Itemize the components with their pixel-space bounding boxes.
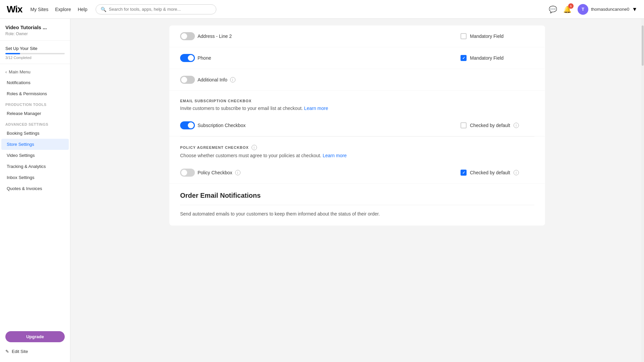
- phone-toggle[interactable]: [180, 54, 195, 62]
- policy-agreement-desc-text: Choose whether customers must agree to y…: [180, 153, 321, 158]
- edit-site-button[interactable]: ✎ Edit Site: [0, 346, 70, 357]
- subscription-toggle-knob: [188, 122, 194, 128]
- main-content: Address - Line 2 Mandatory Field Phone: [70, 19, 644, 362]
- order-email-notifications-title: Order Email Notifications: [180, 192, 534, 199]
- policy-agreement-learn-more[interactable]: Learn more: [323, 153, 347, 158]
- sidebar-item-booking-settings[interactable]: Booking Settings: [1, 128, 69, 139]
- main-menu-label: Main Menu: [9, 69, 30, 74]
- policy-agreement-desc: Choose whether customers must agree to y…: [180, 152, 534, 159]
- inbox-settings-label: Inbox Settings: [7, 175, 34, 180]
- email-subscription-learn-more[interactable]: Learn more: [304, 106, 328, 111]
- email-subscription-desc-text: Invite customers to subscribe to your em…: [180, 106, 303, 111]
- sidebar-item-video-settings[interactable]: Video Settings: [1, 150, 69, 161]
- production-tools-header: Production Tools: [0, 99, 70, 108]
- setup-link[interactable]: Set Up Your Site: [5, 46, 65, 51]
- additional-info-row: Additional Info i: [169, 69, 545, 91]
- wix-logo: Wix: [7, 4, 22, 15]
- release-manager-label: Release Manager: [7, 111, 41, 116]
- site-info: Video Tutorials ... Role: Owner: [0, 24, 70, 41]
- sidebar-item-store-settings[interactable]: Store Settings: [1, 139, 69, 150]
- policy-checkbox-toggle[interactable]: [180, 169, 195, 177]
- policy-checkbox-info-icon[interactable]: i: [235, 170, 240, 175]
- sidebar-item-notifications[interactable]: Notifications: [1, 77, 69, 88]
- site-name: Video Tutorials ...: [5, 24, 65, 31]
- subscription-checkbox-row: Subscription Checkbox Checked by default…: [169, 115, 545, 136]
- sidebar-item-inbox-settings[interactable]: Inbox Settings: [1, 172, 69, 183]
- email-subscription-desc: Invite customers to subscribe to your em…: [180, 105, 534, 112]
- policy-checked-by-default-checkbox[interactable]: [461, 170, 467, 176]
- chevron-down-icon: ▼: [632, 6, 637, 12]
- address-line2-mandatory-area: Mandatory Field: [461, 33, 534, 39]
- subscription-checked-by-default-checkbox[interactable]: [461, 122, 467, 128]
- checked-by-default-info-icon[interactable]: i: [514, 123, 519, 128]
- policy-checkbox-row: Policy Checkbox i Checked by default i: [169, 162, 545, 184]
- search-bar[interactable]: 🔍: [96, 4, 216, 14]
- policy-agreement-title: POLICY AGREEMENT CHECKBOX: [180, 145, 249, 149]
- sidebar-item-release-manager[interactable]: Release Manager: [1, 108, 69, 119]
- edit-site-label: Edit Site: [12, 349, 28, 354]
- policy-checked-by-default-area: Checked by default i: [461, 170, 534, 176]
- chevron-left-icon: ‹: [5, 69, 7, 74]
- nav-help[interactable]: Help: [78, 7, 88, 12]
- email-subscription-title: EMAIL SUBSCRIPTION CHECKBOX: [180, 99, 534, 103]
- policy-checked-by-default-label: Checked by default: [470, 170, 510, 175]
- policy-agreement-section: POLICY AGREEMENT CHECKBOX i Choose wheth…: [169, 137, 545, 162]
- nav-links: My Sites Explore Help: [31, 7, 88, 12]
- nav-my-sites[interactable]: My Sites: [31, 7, 49, 12]
- additional-info-info-icon[interactable]: i: [230, 77, 235, 82]
- subscription-checkbox-label-area: Subscription Checkbox: [180, 121, 461, 129]
- order-email-notifications-section: Order Email Notifications Send automated…: [169, 184, 545, 226]
- sidebar-item-quotes-invoices[interactable]: Quotes & Invoices: [1, 183, 69, 194]
- email-subscription-section: EMAIL SUBSCRIPTION CHECKBOX Invite custo…: [169, 91, 545, 115]
- address-line2-toggle-knob: [181, 33, 187, 39]
- main-layout: Video Tutorials ... Role: Owner Set Up Y…: [0, 19, 644, 362]
- sidebar-item-notifications-label: Notifications: [7, 80, 31, 85]
- chat-icon-button[interactable]: 💬: [549, 5, 557, 13]
- phone-mandatory-area: Mandatory Field: [461, 55, 534, 61]
- top-nav: Wix My Sites Explore Help 🔍 💬 🔔 1 T thom…: [0, 0, 644, 19]
- notification-badge: 1: [568, 3, 574, 9]
- store-settings-card: Address - Line 2 Mandatory Field Phone: [169, 25, 545, 226]
- checked-by-default-label: Checked by default: [470, 123, 510, 128]
- sidebar-item-roles[interactable]: Roles & Permissions: [1, 88, 69, 99]
- policy-agreement-info-icon[interactable]: i: [252, 145, 257, 150]
- subscription-checkbox-toggle[interactable]: [180, 121, 195, 129]
- policy-checked-by-default-info-icon[interactable]: i: [514, 170, 519, 175]
- scrollbar-thumb[interactable]: [642, 25, 644, 66]
- upgrade-button[interactable]: Upgrade: [5, 331, 65, 342]
- notifications-icon-button[interactable]: 🔔 1: [563, 5, 572, 13]
- back-to-main-menu[interactable]: ‹ Main Menu: [0, 67, 70, 77]
- advanced-settings-header: Advanced Settings: [0, 119, 70, 128]
- booking-settings-label: Booking Settings: [7, 131, 40, 136]
- phone-row: Phone Mandatory Field: [169, 47, 545, 69]
- vertical-scrollbar[interactable]: [641, 19, 644, 362]
- nav-explore[interactable]: Explore: [55, 7, 71, 12]
- address-line2-mandatory-checkbox[interactable]: [461, 33, 467, 39]
- address-line2-mandatory-label: Mandatory Field: [470, 34, 503, 39]
- sidebar-item-tracking-analytics[interactable]: Tracking & Analytics: [1, 161, 69, 172]
- phone-toggle-knob: [188, 55, 194, 61]
- sidebar: Video Tutorials ... Role: Owner Set Up Y…: [0, 19, 70, 362]
- additional-info-toggle-knob: [181, 77, 187, 83]
- user-name: thomasduncanone0: [591, 7, 629, 12]
- additional-info-toggle[interactable]: [180, 76, 195, 84]
- address-line2-label: Address - Line 2: [198, 34, 232, 39]
- additional-info-label: Additional Info: [198, 77, 227, 82]
- phone-label-area: Phone: [180, 54, 461, 62]
- policy-checkbox-label-area: Policy Checkbox i: [180, 169, 461, 177]
- address-line2-toggle[interactable]: [180, 32, 195, 40]
- phone-mandatory-checkbox[interactable]: [461, 55, 467, 61]
- progress-label: 3/12 Completed: [5, 56, 65, 60]
- order-email-divider: [180, 205, 534, 205]
- tracking-analytics-label: Tracking & Analytics: [7, 164, 46, 169]
- content-wrapper: Address - Line 2 Mandatory Field Phone: [163, 25, 552, 226]
- search-input[interactable]: [109, 7, 211, 12]
- user-avatar-area[interactable]: T thomasduncanone0 ▼: [578, 4, 637, 15]
- site-role: Role: Owner: [5, 32, 65, 36]
- address-line2-row: Address - Line 2 Mandatory Field: [169, 25, 545, 47]
- order-email-desc: Send automated emails to your customers …: [180, 210, 534, 218]
- search-icon: 🔍: [101, 7, 106, 12]
- setup-section: Set Up Your Site 3/12 Completed: [0, 43, 70, 64]
- pencil-icon: ✎: [5, 349, 9, 354]
- store-settings-label: Store Settings: [7, 142, 34, 147]
